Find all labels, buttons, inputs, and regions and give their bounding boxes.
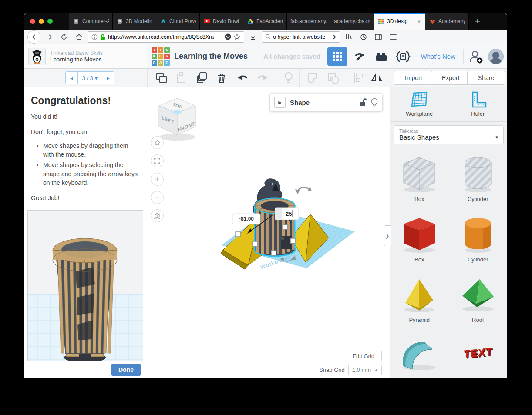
back-button[interactable] [27,30,40,44]
lightbulb-toggle-icon[interactable] [282,71,296,85]
library-icon[interactable] [343,31,355,43]
done-button[interactable]: Done [111,364,141,376]
perspective-toggle-button[interactable] [151,209,164,222]
shape-cylinder-orange[interactable]: Cylinder [449,212,508,272]
shape-label: Box [414,256,424,263]
tab-academany[interactable]: Academany [425,13,469,30]
delete-icon[interactable] [215,71,229,85]
close-window-button[interactable] [30,19,35,24]
tab-academy-cba[interactable]: academy.cba.mi [330,13,374,30]
downloads-icon[interactable] [247,31,259,43]
rotate-dot-handle[interactable] [281,237,284,240]
pager-prev-button[interactable]: ◂ [66,72,77,84]
mirror-flip-icon[interactable] [370,71,384,85]
snap-grid-select[interactable]: 1.0 mm ▲ [348,365,382,375]
home-icon[interactable] [73,31,85,43]
design-title[interactable]: Learning the Moves [174,52,248,61]
tab-fabacademy[interactable]: FabAcadem [243,13,287,30]
share-button[interactable]: Share [467,71,505,85]
user-avatar[interactable] [488,49,504,64]
tab-3d-modeling[interactable]: 3D Modeling [113,13,156,30]
sidebar-toggle-icon[interactable] [372,31,384,43]
group-icon[interactable] [306,71,320,85]
dashboard-grid-button[interactable] [327,47,347,66]
page-actions-icon[interactable]: ⋯ [217,33,222,40]
zoom-window-button[interactable] [47,19,53,24]
shape-cylinder-transparent[interactable]: Cylinder [449,151,508,212]
expand-inspector-button[interactable]: ▶ [274,97,286,108]
shape-label: Cylinder [468,256,488,263]
copy-icon[interactable] [155,71,168,85]
site-info-icon[interactable] [91,34,98,40]
edit-grid-button[interactable]: Edit Grid [345,351,382,361]
shape-category-dropdown[interactable]: Tinkercad Basic Shapes ▾ [394,125,504,144]
roof-green-icon [459,276,497,314]
workplane-tool[interactable]: Workplane [390,87,449,121]
new-tab-button[interactable]: + [469,13,486,30]
logo-tile: A [158,60,164,66]
close-tab-icon[interactable]: × [416,18,421,25]
cylinder-striped-icon [461,155,495,193]
search-input-text[interactable]: o hyper link a website [273,34,327,40]
tinkercad-logo[interactable]: T I N K E R C A D [152,47,170,66]
view-cube[interactable]: TOP LEFT FRONT [153,95,202,142]
shape-round-roof[interactable] [390,333,449,378]
viewport-3d[interactable]: TOP LEFT FRONT + − ▶ Shape [147,87,390,378]
pocket-icon[interactable] [225,33,231,40]
shape-box-transparent[interactable]: Box [390,151,449,212]
unlock-icon[interactable] [359,98,367,107]
lesson-info[interactable]: P Tinkercad Basic Skills Learning the Mo… [24,44,147,68]
menu-hamburger-icon[interactable] [387,31,399,43]
url-bar[interactable]: https://www.tinkercad.com/things/8QSc8Xr… [88,31,244,43]
paste-icon[interactable] [174,71,188,85]
import-button[interactable]: Import [394,71,433,85]
home-view-button[interactable] [151,136,164,149]
fit-view-button[interactable] [151,154,164,167]
shape-box-red[interactable]: Box [390,212,449,272]
search-bar[interactable]: o hyper link a website [262,31,340,43]
tab-david-bowie[interactable]: David Bowie [200,13,243,30]
forward-button[interactable] [43,31,55,43]
reload-icon[interactable] [58,31,70,43]
ungroup-icon[interactable] [327,71,340,85]
pager-page-select[interactable]: 3 / 3▾ [77,72,103,84]
shape-roof[interactable]: Roof [449,272,508,333]
bookmark-star-icon[interactable] [234,33,240,40]
tab-computer-aided[interactable]: Computer-A [69,13,113,30]
undo-icon[interactable] [236,71,250,85]
codeblocks-icon[interactable] [394,47,413,66]
ruler-tool[interactable]: Ruler [449,87,508,121]
whats-new-link[interactable]: What's New [415,53,461,60]
save-status: All changes saved [263,53,320,60]
tab-fab-academany[interactable]: fab.academany.o [287,13,330,30]
notebook-icon [116,18,123,25]
invite-user-icon[interactable] [466,47,485,66]
lesson-avatar-penguin-icon: P [28,48,46,65]
shape-library-grid: Box Cylinder [390,151,507,378]
scene-canvas[interactable]: Workplane [196,172,387,291]
zoom-in-button[interactable]: + [151,173,164,186]
tab-cloud-powered[interactable]: Cloud Powe [156,13,200,30]
duplicate-icon[interactable] [195,71,209,85]
align-icon[interactable] [351,71,365,85]
dz-input[interactable]: 25 [275,208,299,220]
shape-text[interactable]: TEXT [449,333,508,378]
tab-3d-design-active[interactable]: 3D desig × [374,13,425,30]
tinkercad-header: P Tinkercad Basic Skills Learning the Mo… [24,44,507,69]
toolbar-divider [389,69,389,87]
minimize-window-button[interactable] [39,19,44,24]
export-button[interactable]: Export [431,71,470,85]
ruler-icon [469,91,487,108]
shape-pyramid[interactable]: Pyramid [390,272,449,333]
history-icon[interactable] [357,31,370,43]
selected-cylinder-shape[interactable] [255,198,295,256]
visibility-bulb-icon[interactable] [371,98,378,107]
minecraft-pickaxe-icon[interactable] [350,47,369,66]
lego-brick-icon[interactable] [372,47,391,66]
go-arrow-icon[interactable] [330,34,337,40]
zoom-out-button[interactable]: − [151,191,164,204]
url-text[interactable]: https://www.tinkercad.com/things/8QSc8Xr… [108,34,214,40]
collapse-panel-handle[interactable]: ❯ [384,225,391,246]
redo-icon[interactable] [256,71,269,85]
pager-next-button[interactable]: ▸ [102,72,114,84]
